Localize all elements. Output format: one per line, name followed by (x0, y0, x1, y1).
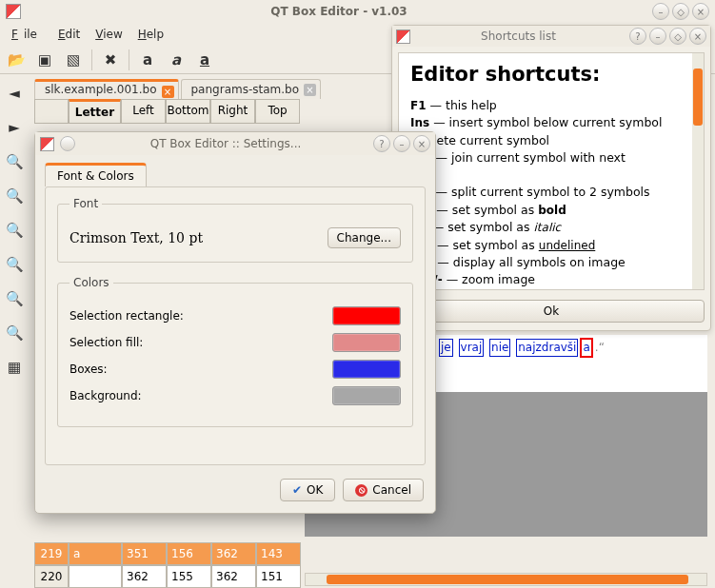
box-word[interactable]: vraj (459, 339, 485, 357)
col-bottom[interactable]: Bottom (166, 99, 210, 124)
scrollbar-thumb[interactable] (327, 575, 688, 584)
table-row[interactable]: 219 a 351 156 362 143 (34, 542, 301, 565)
grid-icon[interactable]: ▦ (5, 358, 24, 377)
color-row-boxes: Boxes: (70, 360, 401, 379)
close-button[interactable]: × (413, 135, 430, 152)
col-right[interactable]: Right (210, 99, 255, 124)
tab-doc-1[interactable]: slk.example.001.bo × (34, 79, 179, 99)
shortcut-line: F1 — this help (410, 97, 692, 114)
app-icon (6, 4, 21, 19)
tab-font-colors[interactable]: Font & Colors (45, 163, 147, 186)
box-word[interactable]: nie (489, 339, 510, 357)
settings-titlebar: QT Box Editor :: Settings... ? – × (35, 132, 435, 155)
zoom-in-icon[interactable]: 🔍 (5, 152, 24, 171)
minimize-button[interactable]: – (393, 135, 410, 152)
close-button[interactable]: × (692, 3, 709, 20)
check-icon: ✔ (292, 483, 302, 497)
ok-button[interactable]: ✔OK (280, 479, 335, 501)
zoom-fit-icon[interactable]: 🔍 (5, 289, 24, 308)
help-button[interactable]: ? (629, 28, 646, 45)
settings-dialog: QT Box Editor :: Settings... ? – × Font … (34, 131, 436, 514)
colors-fieldset: Colors Selection rectangle:Selection fil… (57, 276, 413, 427)
shortcuts-body: Editor shortcuts: F1 — this helpIns — in… (398, 52, 705, 290)
color-row-background: Background: (70, 386, 401, 405)
col-left[interactable]: Left (121, 99, 166, 124)
shortcuts-panel: Shortcuts list ? – ◇ × Editor shortcuts:… (391, 25, 711, 331)
change-font-button[interactable]: Change... (328, 227, 401, 248)
close-icon[interactable]: × (162, 86, 174, 98)
open-icon[interactable]: 📂 (4, 48, 29, 72)
arrow-right-icon[interactable]: ► (5, 118, 24, 137)
color-label: Background: (70, 389, 142, 402)
color-swatch-sel-fill[interactable] (332, 333, 401, 352)
color-label: Selection rectangle: (70, 309, 184, 323)
menu-file[interactable]: File (6, 26, 49, 43)
font-name-label: Crimson Text, 10 pt (70, 230, 203, 245)
save-icon[interactable]: ▣ (32, 48, 57, 72)
ok-button[interactable]: Ok (398, 300, 705, 323)
shortcut-line: + 2 — split current symbol to 2 symbols (410, 184, 692, 201)
color-row-sel-rect: Selection rectangle: (70, 306, 401, 325)
color-row-sel-fill: Selection fill: (70, 333, 401, 352)
left-toolstrip: ◄ ► 🔍 🔍 🔍 🔍 🔍 🔍 ▦ (0, 74, 29, 377)
minimize-button[interactable]: – (652, 3, 669, 20)
shortcut-line: + I — set symbol as italic (410, 219, 692, 236)
shortcut-line: + * — zoom image to original scale (410, 289, 692, 290)
window-title: QT Box Editor - v1.03 (29, 5, 649, 18)
scrollbar-thumb[interactable] (693, 69, 703, 126)
zoom-in2-icon[interactable]: 🔍 (5, 186, 24, 206)
menu-edit[interactable]: Edit (52, 26, 86, 43)
shortcut-line: - delete current symbol (410, 132, 692, 149)
menu-view[interactable]: View (89, 26, 128, 43)
box-word[interactable]: najzdravši (516, 339, 578, 357)
color-label: Selection fill: (70, 336, 143, 349)
color-swatch-sel-rect[interactable] (332, 306, 401, 325)
table-row[interactable]: 220 362 155 362 151 (34, 565, 301, 588)
box-word[interactable]: je (439, 339, 453, 357)
horizontal-scrollbar[interactable] (305, 573, 707, 586)
shortcut-line: Ins — insert symbol below current symbol (410, 114, 692, 131)
menu-help[interactable]: Help (132, 26, 169, 43)
col-letter[interactable]: Letter (69, 99, 121, 124)
zoom-orig-icon[interactable]: 🔍 (5, 255, 24, 274)
zoom-in3-icon[interactable]: 🔍 (5, 221, 24, 240)
shortcuts-titlebar: Shortcuts list ? – ◇ × (392, 26, 710, 47)
italic-icon[interactable]: a (164, 48, 189, 72)
cancel-button[interactable]: ⦸Cancel (343, 479, 424, 501)
selected-box[interactable]: a (580, 338, 592, 358)
main-titlebar: QT Box Editor - v1.03 – ◇ × (0, 0, 715, 23)
col-top[interactable]: Top (255, 99, 300, 124)
app-icon (40, 137, 54, 151)
saveas-icon[interactable]: ▧ (61, 48, 86, 72)
vertical-scrollbar[interactable] (692, 53, 704, 289)
color-label: Boxes: (70, 363, 108, 376)
shortcut-line: + 1 — join current symbol with next (410, 149, 692, 167)
table-header: Letter Left Bottom Right Top (34, 99, 300, 124)
app-icon (396, 29, 410, 44)
underline-icon[interactable]: a (192, 48, 217, 72)
close-icon[interactable]: × (304, 84, 316, 96)
page-text-snippet: je vraj nie najzdravšia.“ (439, 338, 705, 358)
maximize-button[interactable]: ◇ (672, 3, 689, 20)
document-tabs: slk.example.001.bo × pangrams-stam.bo × (34, 74, 321, 99)
color-swatch-background[interactable] (332, 386, 401, 405)
shortcut-line: + B — set symbol as bold (410, 202, 692, 219)
attach-icon[interactable] (60, 136, 75, 151)
shortcut-line: + U — set symbol as undelined (410, 237, 692, 254)
close-button[interactable]: × (689, 28, 706, 45)
font-fieldset: Font Crimson Text, 10 pt Change... (57, 197, 413, 263)
maximize-button[interactable]: ◇ (669, 28, 686, 45)
minimize-button[interactable]: – (649, 28, 666, 45)
settings-panel: Font Crimson Text, 10 pt Change... Color… (45, 186, 426, 465)
shortcuts-heading: Editor shortcuts: (410, 63, 692, 86)
corner-cell (34, 99, 69, 124)
shortcut-line: + +/- — zoom image (410, 271, 692, 288)
tab-doc-2[interactable]: pangrams-stam.bo × (181, 79, 322, 99)
arrow-left-icon[interactable]: ◄ (5, 84, 24, 103)
zoom-plus-icon[interactable]: 🔍 (5, 323, 24, 343)
bold-icon[interactable]: a (135, 48, 160, 72)
cancel-icon: ⦸ (355, 484, 367, 497)
close-doc-icon[interactable]: ✖ (98, 48, 123, 72)
color-swatch-boxes[interactable] (332, 360, 401, 379)
help-button[interactable]: ? (373, 135, 390, 152)
